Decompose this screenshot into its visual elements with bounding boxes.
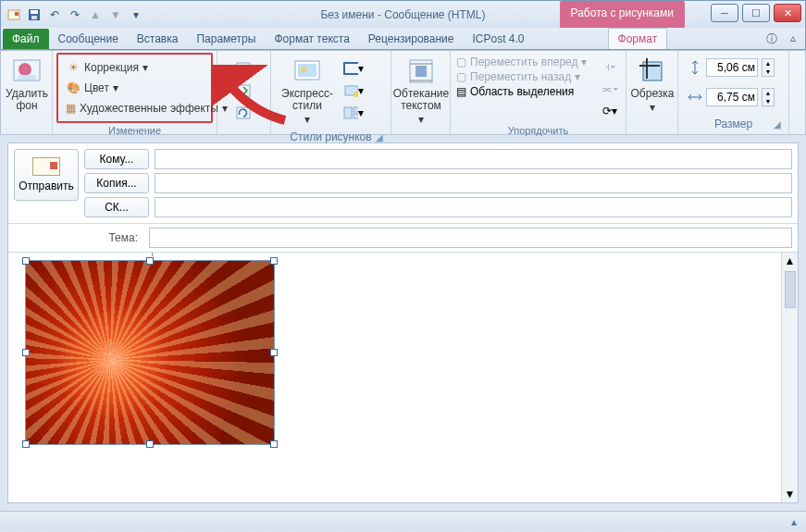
tab-review[interactable]: Рецензирование <box>359 29 464 49</box>
svg-rect-1 <box>15 12 19 16</box>
bcc-input[interactable] <box>155 197 792 217</box>
tab-format-text[interactable]: Формат текста <box>265 29 358 49</box>
crop-button[interactable]: Обрезка ▾ <box>630 55 675 116</box>
next-icon: ▼ <box>106 6 125 24</box>
to-input[interactable] <box>155 149 792 169</box>
svg-rect-21 <box>415 66 427 77</box>
width-spinner[interactable]: ▲▼ <box>762 88 775 106</box>
tab-message[interactable]: Сообщение <box>49 29 128 49</box>
quick-styles-button[interactable]: Экспресс-стили ▾ <box>275 55 340 129</box>
wrap-text-icon <box>406 56 436 86</box>
color-button[interactable]: 🎨Цвет ▾ <box>62 79 207 97</box>
compress-pictures-button[interactable] <box>234 58 254 79</box>
selection-pane-button[interactable]: ▤Область выделения <box>454 84 598 99</box>
artistic-icon: ▦ <box>66 101 76 116</box>
size-launcher-icon[interactable]: ◢ <box>772 119 783 130</box>
help-icon[interactable]: ⓘ <box>766 31 777 47</box>
window-title: Без имени - Сообщение (HTML) <box>320 8 485 21</box>
height-spinner[interactable]: ▲▼ <box>762 58 775 77</box>
size-group-label: Размер◢ <box>682 116 785 132</box>
quick-styles-label: Экспресс-стили <box>277 88 338 112</box>
align-button: ⫞▾ <box>600 56 620 77</box>
width-input[interactable] <box>706 88 758 106</box>
corrections-label: Коррекция <box>84 61 139 74</box>
svg-rect-7 <box>18 75 36 80</box>
adjust-group-label: Изменение <box>56 123 213 138</box>
send-button[interactable]: Отправить <box>14 149 79 201</box>
send-backward-button: ▢Переместить назад ▾ <box>454 69 598 84</box>
subject-label: Тема: <box>14 231 143 244</box>
remove-bg-icon <box>12 56 42 86</box>
styles-launcher-icon[interactable]: ◢ <box>374 132 385 143</box>
cc-input[interactable] <box>155 173 792 193</box>
svg-rect-17 <box>344 107 352 118</box>
vertical-scrollbar[interactable]: ▲ ▼ <box>781 253 798 502</box>
bcc-button[interactable]: СК... <box>84 197 149 217</box>
wrap-text-button[interactable]: Обтекание текстом ▾ <box>395 55 447 129</box>
minimize-ribbon-icon[interactable]: ▵ <box>790 31 796 44</box>
resize-handle-tr[interactable] <box>270 257 278 265</box>
group-button: ⫘▾ <box>600 79 620 99</box>
scroll-thumb[interactable] <box>785 271 796 308</box>
tab-file[interactable]: Файл <box>3 29 49 49</box>
resize-handle-br[interactable] <box>270 440 278 448</box>
send-backward-icon: ▢ <box>456 70 466 83</box>
save-icon[interactable] <box>25 6 43 24</box>
rotate-button[interactable]: ⟳▾ <box>600 101 620 121</box>
resize-handle-tl[interactable] <box>22 257 30 265</box>
tab-format[interactable]: Формат <box>608 28 668 49</box>
picture-effects-button[interactable]: ▾ <box>343 80 364 101</box>
maximize-button[interactable]: ☐ <box>742 4 770 22</box>
bring-forward-icon: ▢ <box>456 56 466 68</box>
svg-rect-4 <box>31 16 37 19</box>
resize-handle-r[interactable] <box>270 349 278 356</box>
selection-pane-icon: ▤ <box>456 85 466 98</box>
tab-options[interactable]: Параметры <box>187 29 265 49</box>
to-button[interactable]: Кому... <box>84 149 149 169</box>
change-picture-button[interactable] <box>234 80 254 101</box>
cc-button[interactable]: Копия... <box>84 173 149 193</box>
svg-rect-19 <box>353 114 358 118</box>
styles-group-label: Стили рисунков◢ <box>275 129 387 145</box>
arrange-group-label: Упорядочить <box>454 123 622 138</box>
ruler-mark <box>152 253 153 256</box>
picture-layout-button[interactable]: ▾ <box>343 103 364 123</box>
remove-background-button[interactable]: Удалить фон <box>5 55 49 114</box>
message-body[interactable]: ▲ ▼ <box>8 253 798 502</box>
status-caret-icon[interactable]: ▴ <box>791 515 797 528</box>
height-input[interactable] <box>706 58 758 77</box>
picture-border-button[interactable]: ▾ <box>343 58 364 79</box>
envelope-icon <box>32 157 60 176</box>
tab-icpost[interactable]: ICPost 4.0 <box>464 29 534 49</box>
scroll-down-icon[interactable]: ▼ <box>782 486 798 502</box>
crop-icon <box>638 56 667 86</box>
quick-styles-icon <box>292 56 322 86</box>
wrap-text-label: Обтекание текстом <box>393 88 449 112</box>
svg-point-13 <box>301 67 306 72</box>
artistic-effects-button[interactable]: ▦Художественные эффекты ▾ <box>62 99 207 118</box>
minimize-button[interactable]: ─ <box>711 4 738 22</box>
close-button[interactable]: ✕ <box>774 4 801 22</box>
svg-point-6 <box>19 63 31 76</box>
picture-tools-tab: Работа с рисунками <box>560 1 685 29</box>
reset-picture-button[interactable] <box>234 103 254 123</box>
resize-handle-bl[interactable] <box>22 440 30 448</box>
app-icon[interactable] <box>5 6 23 24</box>
qat-customize-icon[interactable]: ▾ <box>127 6 145 24</box>
send-label: Отправить <box>19 179 74 192</box>
subject-input[interactable] <box>149 228 792 248</box>
resize-handle-b[interactable] <box>146 440 154 448</box>
resize-handle-t[interactable] <box>146 257 154 265</box>
scroll-up-icon[interactable]: ▲ <box>782 253 798 269</box>
redo-icon[interactable]: ↷ <box>66 6 84 24</box>
palette-icon: 🎨 <box>66 80 81 95</box>
resize-handle-l[interactable] <box>22 349 30 356</box>
tab-insert[interactable]: Вставка <box>128 29 188 49</box>
remove-bg-label: Удалить фон <box>6 88 48 112</box>
svg-rect-3 <box>31 10 38 14</box>
undo-icon[interactable]: ↶ <box>45 6 64 24</box>
corrections-button[interactable]: ☀Коррекция ▾ <box>62 58 207 77</box>
artistic-label: Художественные эффекты <box>80 102 218 115</box>
svg-rect-12 <box>298 64 316 77</box>
inserted-image[interactable] <box>25 260 275 445</box>
